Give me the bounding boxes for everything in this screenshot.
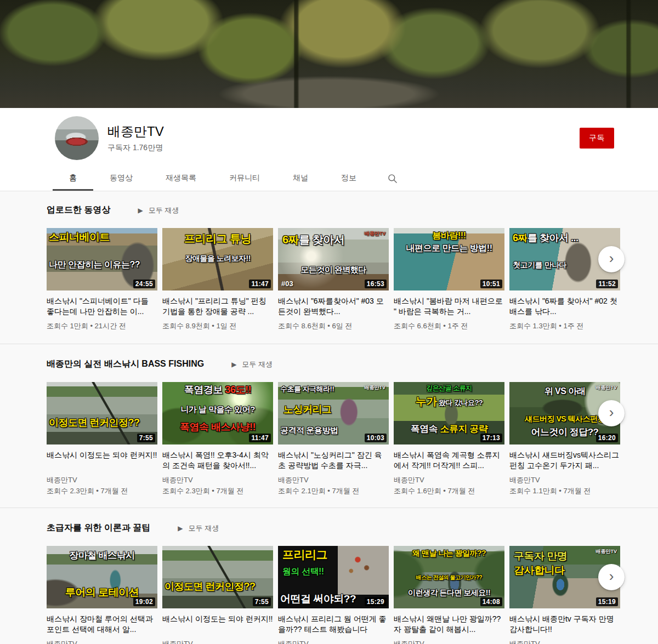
- video-thumbnail[interactable]: 스피너베이트 나만 안잡히는 이유는?? 24:55: [47, 228, 157, 290]
- video-card[interactable]: 이정도면 런커인정?? 7:55 배스낚시 이정도는 되야 런커지!! 배종만T…: [162, 546, 273, 644]
- video-duration: 16:53: [365, 280, 387, 288]
- video-card[interactable]: 폭염경보 36도!! 니가 날 막을수 있어? 폭염속 배스사냥!! 11:47…: [162, 382, 273, 496]
- video-title[interactable]: 배스낚시 "노싱커리그" 잠긴 육초 공략방법 수초를 자극...: [278, 450, 389, 471]
- thumbnail-overlay-text: 장마철 배스낚시: [50, 550, 154, 561]
- thumbnail-overlay-text: 깊은산골 소류지: [397, 385, 501, 392]
- video-channel[interactable]: 배종만TV: [278, 639, 389, 644]
- shelf-uploads: 업로드한 동영상 ▶ 모두 재생 스피너베이트 나만 안잡히는 이유는?? 24…: [0, 191, 658, 344]
- video-title[interactable]: 배스낚시 "봄바람 마저 내편으로 " 바람은 극복하는 거...: [394, 296, 504, 317]
- video-card[interactable]: 배종만TV 위 VS 아래 섀드버징 VS 텍사스펀칭 어느것이 정답?? 16…: [509, 382, 620, 496]
- search-icon: [387, 173, 398, 184]
- thumbnail-overlay-text: 누가 왔다 갔나요??: [397, 395, 501, 407]
- subscribe-button[interactable]: 구독: [580, 128, 614, 149]
- carousel-next-button[interactable]: ›: [598, 246, 625, 272]
- video-thumbnail[interactable]: 왜 맨날 나는 꽝일까?? 배스는 전설의 물고기인가?? 이런생각 든다면 보…: [394, 546, 504, 608]
- play-all-button[interactable]: ▶ 모두 재생: [231, 360, 273, 369]
- carousel-next-button[interactable]: ›: [598, 400, 625, 426]
- thumbnail-overlay-text: 니가 날 막을수 있어?: [166, 405, 270, 414]
- video-duration: 11:47: [249, 280, 271, 288]
- video-card[interactable]: 6짜를 찾아서 ... 첫고기를 만나다 11:52 배스낚시 "6짜를 찾아서…: [509, 228, 620, 331]
- video-title[interactable]: 배스낚시 배종만tv 구독자 만명 감사합니다!!: [509, 614, 620, 635]
- video-title[interactable]: 배스낚시 "6짜를 찾아서" #02 첫배스를 낚다...: [509, 296, 620, 317]
- channel-search-button[interactable]: [373, 166, 412, 191]
- shelf-bass-fishing: 배종만의 실전 배스낚시 BASS FISHING ▶ 모두 재생 이정도면 런…: [0, 344, 658, 508]
- thumbnail-overlay-text: 수초를 자극해라!!: [280, 385, 385, 394]
- tab-community[interactable]: 커뮤니티: [213, 166, 276, 191]
- video-card[interactable]: 봄바람!!! 내편으로 만드는 방법!! 10:51 배스낚시 "봄바람 마저 …: [394, 228, 504, 331]
- video-channel[interactable]: 배종만TV: [509, 639, 620, 644]
- tab-home[interactable]: 홈: [53, 166, 93, 191]
- video-duration: 7:55: [137, 434, 155, 442]
- video-title[interactable]: 배스낚시 폭염!! 오후3-4시 최악의 조건속 패턴을 찾아서!!...: [162, 450, 273, 471]
- video-meta: 조회수 2.1만회 • 7개월 전: [278, 486, 389, 496]
- video-thumbnail[interactable]: 장마철 배스낚시 루어의 로테이션 19:02: [47, 546, 157, 608]
- video-card[interactable]: 배종만TV 6짜를 찾아서 모든것이 완벽했다 #03 16:53 배스낚시 "…: [278, 228, 389, 331]
- video-title[interactable]: 배스낚시 장마철 루어의 선택과 포인트 선택에 대해서 알...: [47, 614, 157, 635]
- thumbnail-overlay-text: 6짜를 찾아서 ...: [513, 232, 617, 243]
- thumbnail-overlay-text: 이정도면 런커인정??: [49, 417, 154, 428]
- video-channel[interactable]: 배종만TV: [162, 639, 273, 644]
- tab-channels[interactable]: 채널: [276, 166, 325, 191]
- video-thumbnail[interactable]: 프리리그 튜닝 장애물을 노려보자!! 11:47: [162, 228, 273, 290]
- video-duration: 24:55: [133, 280, 155, 288]
- video-thumbnail[interactable]: 봄바람!!! 내편으로 만드는 방법!! 10:51: [394, 228, 504, 290]
- thumbnail-overlay-text: 웜의 선택!!: [282, 567, 385, 577]
- channel-avatar[interactable]: [55, 116, 99, 160]
- video-card[interactable]: 배종만TV 수초를 자극해라!! 노싱커리그 공격적 운용방법 10:03 배스…: [278, 382, 389, 496]
- channel-banner: [0, 0, 658, 108]
- video-channel[interactable]: 배종만TV: [394, 639, 504, 644]
- video-thumbnail[interactable]: 배종만TV 6짜를 찾아서 모든것이 완벽했다 #03 16:53: [278, 228, 389, 290]
- video-duration: 17:13: [480, 434, 502, 442]
- video-title[interactable]: 배스낚시 이정도는 되야 런커지!!: [162, 614, 273, 635]
- video-card[interactable]: 프리리그 웜의 선택!! 어떤걸 써야되?? 15:29 배스낚시 프리리그 웜…: [278, 546, 389, 644]
- thumbnail-overlay-text: 내편으로 만드는 방법!!: [397, 243, 501, 253]
- thumbnail-overlay-text: 루어의 로테이션: [50, 586, 154, 598]
- shelf-title: 업로드한 동영상: [47, 204, 110, 216]
- video-row: 이정도면 런커인정?? 7:55 배스낚시 이정도는 되야 런커지!! 배종만T…: [47, 382, 611, 496]
- video-card[interactable]: 배종만TV 구독자 만명 감사합니다 15:19 배스낚시 배종만tv 구독자 …: [509, 546, 620, 644]
- video-title[interactable]: 배스낚시 "프리리그 튜닝" 펀칭기법을 통한 장애물 공략 ...: [162, 296, 273, 317]
- play-icon: ▶: [178, 525, 183, 532]
- tab-videos[interactable]: 동영상: [93, 166, 149, 191]
- video-card[interactable]: 프리리그 튜닝 장애물을 노려보자!! 11:47 배스낚시 "프리리그 튜닝"…: [162, 228, 273, 331]
- thumbnail-overlay-text: 나만 안잡히는 이유는??: [49, 260, 154, 270]
- video-card[interactable]: 이정도면 런커인정?? 7:55 배스낚시 이정도는 되야 런커지!! 배종만T…: [47, 382, 157, 496]
- video-title[interactable]: 배스낚시 "스피너베이트" 다들 좋다는데 나만 안잡히는 이...: [47, 296, 157, 317]
- video-thumbnail[interactable]: 이정도면 런커인정?? 7:55: [47, 382, 157, 444]
- video-channel[interactable]: 배종만TV: [47, 475, 157, 485]
- thumbnail-overlay-text: 프리리그: [282, 548, 385, 561]
- video-meta: 조회수 6.6천회 • 1주 전: [394, 321, 504, 331]
- video-duration: 10:03: [365, 434, 387, 442]
- carousel-next-button[interactable]: ›: [598, 564, 625, 590]
- video-card[interactable]: 깊은산골 소류지 누가 왔다 갔나요?? 폭염속 소류지 공략 17:13 배스…: [394, 382, 504, 496]
- shelf-beginner-tips: 초급자를 위한 이론과 꿀팁 ▶ 모두 재생 장마철 배스낚시 루어의 로테이션…: [0, 508, 658, 644]
- video-channel[interactable]: 배종만TV: [162, 475, 273, 485]
- video-thumbnail[interactable]: 프리리그 웜의 선택!! 어떤걸 써야되?? 15:29: [278, 546, 389, 608]
- video-thumbnail[interactable]: 깊은산골 소류지 누가 왔다 갔나요?? 폭염속 소류지 공략 17:13: [394, 382, 504, 444]
- thumbnail-overlay-text: 프리리그 튜닝: [166, 232, 270, 244]
- video-card[interactable]: 왜 맨날 나는 꽝일까?? 배스는 전설의 물고기인가?? 이런생각 든다면 보…: [394, 546, 504, 644]
- video-title[interactable]: 배스낚시 프리리그 웜 어떤게 좋을까?? 테스트 해봤습니다: [278, 614, 389, 635]
- play-all-button[interactable]: ▶ 모두 재생: [138, 206, 179, 215]
- thumbnail-overlay-text: 스피너베이트: [49, 231, 154, 243]
- play-icon: ▶: [138, 207, 143, 214]
- play-all-button[interactable]: ▶ 모두 재생: [178, 523, 219, 533]
- tab-playlists[interactable]: 재생목록: [149, 166, 213, 191]
- video-title[interactable]: 배스낚시 폭염속 계곡형 소류지에서 작게!! 더작게!! 스피...: [394, 450, 504, 471]
- thumbnail-overlay-text: 구독자 만명: [514, 550, 617, 562]
- video-title[interactable]: 배스낚시 "6짜를찾아서" #03 모든것이 완벽했다...: [278, 296, 389, 317]
- video-thumbnail[interactable]: 배종만TV 수초를 자극해라!! 노싱커리그 공격적 운용방법 10:03: [278, 382, 389, 444]
- video-channel[interactable]: 배종만TV: [509, 475, 620, 485]
- video-card[interactable]: 스피너베이트 나만 안잡히는 이유는?? 24:55 배스낚시 "스피너베이트"…: [47, 228, 157, 331]
- video-channel[interactable]: 배종만TV: [278, 475, 389, 485]
- video-thumbnail[interactable]: 이정도면 런커인정?? 7:55: [162, 546, 273, 608]
- video-card[interactable]: 장마철 배스낚시 루어의 로테이션 19:02 배스낚시 장마철 루어의 선택과…: [47, 546, 157, 644]
- video-channel[interactable]: 배종만TV: [394, 475, 504, 485]
- chevron-right-icon: ›: [609, 405, 614, 419]
- video-title[interactable]: 배스낚시 왜맨날 나만 꽝일까?? 자 꽝탈출 같이 해봅시...: [394, 614, 504, 635]
- video-title[interactable]: 배스낚시 이정도는 되야 런커지!!: [47, 450, 157, 471]
- video-thumbnail[interactable]: 폭염경보 36도!! 니가 날 막을수 있어? 폭염속 배스사냥!! 11:47: [162, 382, 273, 444]
- tab-about[interactable]: 정보: [325, 166, 373, 191]
- video-title[interactable]: 배스낚시 섀드버징vs텍사스리그펀칭 고수온기 두가지 패...: [509, 450, 620, 471]
- video-channel[interactable]: 배종만TV: [47, 639, 157, 644]
